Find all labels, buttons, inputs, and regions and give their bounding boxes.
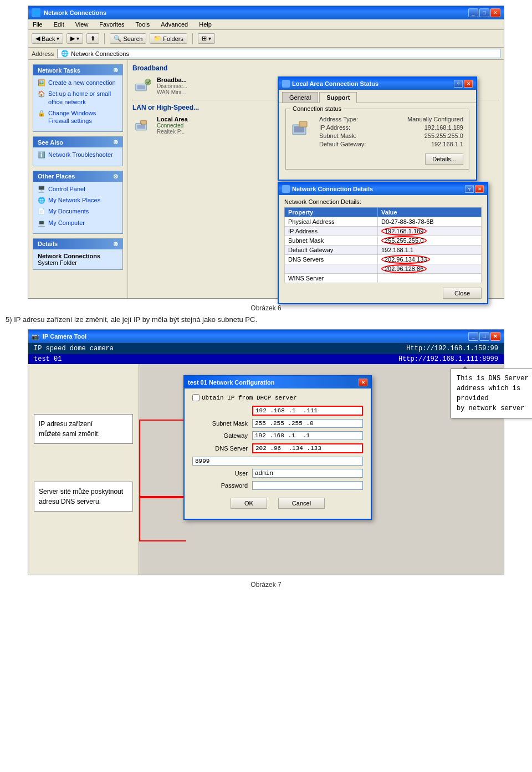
address-value[interactable]: 🌐 Network Connections <box>57 49 500 58</box>
subnet-mask-row: Subnet Mask: 255.255.255.0 <box>319 132 463 139</box>
ip-close-btn[interactable]: ✕ <box>490 332 500 341</box>
nc-close-btn[interactable]: ✕ <box>359 379 367 386</box>
sidebar-link-home-office[interactable]: 🏠 Set up a home or small office network <box>38 90 118 106</box>
sidebar-link-control-panel[interactable]: 🖥️ Control Panel <box>38 185 118 193</box>
folders-button[interactable]: 📁 Folders <box>150 33 187 44</box>
sidebar-link-troubleshooter[interactable]: ℹ️ Network Troubleshooter <box>38 151 118 159</box>
nc-subnet-row: Subnet Mask <box>192 419 363 428</box>
conn-details: Address Type: Manually Configured IP Add… <box>319 116 463 149</box>
ncd-value-6: 202.96.128.86 <box>377 264 481 274</box>
ip-minimize-btn[interactable]: _ <box>468 332 478 341</box>
collapse-icon[interactable]: ⊗ <box>113 67 118 74</box>
nc-subnet-input[interactable] <box>252 419 363 428</box>
dhcp-checkbox[interactable] <box>192 394 200 401</box>
ncd-close-button[interactable]: ✕ <box>475 185 484 193</box>
menu-file[interactable]: File <box>30 21 45 28</box>
search-button[interactable]: 🔍 Search <box>110 33 146 44</box>
network-connections-window: 🌐 Network Connections _ □ ✕ File Edit Vi… <box>28 6 504 299</box>
ncd-col-property: Property <box>285 208 378 217</box>
ncd-property-2: IP Address <box>285 227 378 236</box>
nc-gateway-input[interactable] <box>252 431 363 440</box>
lac-close-button[interactable]: ✕ <box>464 80 473 88</box>
ncd-value-5: 202.96.134.133 <box>377 255 481 264</box>
nc-gateway-row: Gateway <box>192 431 363 440</box>
connection-status-group: Connection status <box>285 109 469 170</box>
ncd-property-5: DNS Servers <box>285 255 378 264</box>
ip-list-row[interactable]: test 01 Http://192.168.1.111:8999 <box>28 354 504 364</box>
menu-bar: File Edit View Favorites Tools Advanced … <box>28 19 504 30</box>
nc-cancel-button[interactable]: Cancel <box>278 498 325 509</box>
ip-restore-btn[interactable]: □ <box>479 332 489 341</box>
maximize-button[interactable]: □ <box>479 8 489 17</box>
local-area-icon <box>135 116 152 134</box>
nc-ip-input[interactable] <box>252 406 363 416</box>
ncd-property-6 <box>285 264 378 274</box>
nc-password-input[interactable] <box>252 481 363 490</box>
collapse-other-places-icon[interactable]: ⊗ <box>113 173 118 180</box>
nc-port-input[interactable] <box>192 457 363 466</box>
nc-dns-input[interactable] <box>252 443 363 453</box>
minimize-button[interactable]: _ <box>468 8 478 17</box>
collapse-see-also-icon[interactable]: ⊗ <box>113 139 118 146</box>
ncd-value-7 <box>377 274 481 283</box>
address-label: Address <box>32 50 54 57</box>
lac-help-button[interactable]: ? <box>454 80 463 88</box>
ip-left-panel: IP adresu zařízení můžete sami změnit. S… <box>28 364 139 575</box>
sidebar-link-firewall[interactable]: 🔒 Change Windows Firewall settings <box>38 109 118 125</box>
ip-list-header: IP speed dome camera Http://192.168.1.15… <box>28 343 504 354</box>
details-button[interactable]: Details... <box>425 154 463 165</box>
network-places-icon: 🌐 <box>38 196 45 204</box>
ip-camera-window: 📷 IP Camera Tool _ □ ✕ IP speed dome cam… <box>28 329 504 575</box>
network-tasks-section: Network Tasks ⊗ 🖼️ Create a new connecti… <box>33 64 123 132</box>
red-line-1 <box>139 420 186 421</box>
broadband-icon <box>135 77 152 95</box>
up-arrow-icon: ⬆ <box>90 35 95 42</box>
close-button[interactable]: ✕ <box>490 8 500 17</box>
collapse-details-icon[interactable]: ⊗ <box>113 241 118 248</box>
address-type-row: Address Type: Manually Configured <box>319 116 463 122</box>
ip-title-buttons: _ □ ✕ <box>468 332 500 341</box>
svg-point-2 <box>145 79 151 85</box>
view-button[interactable]: ⊞ ▾ <box>198 33 215 44</box>
lac-status-dialog: Local Area Connection Status ? ✕ General… <box>278 76 477 181</box>
info-icon: ℹ️ <box>38 151 45 159</box>
broadband-header: Broadband <box>132 64 499 72</box>
content-area: Broadband Broadba... Disconnec... WAN Mi… <box>128 60 504 298</box>
table-row: 202.96.128.86 <box>285 264 482 274</box>
menu-tools[interactable]: Tools <box>134 21 152 28</box>
svg-rect-8 <box>294 126 304 132</box>
sidebar-link-my-documents[interactable]: 📄 My Documents <box>38 207 118 215</box>
menu-favorites[interactable]: Favorites <box>97 21 126 28</box>
nc-dialog: test 01 Network Configuration ✕ Obtain I… <box>183 375 372 520</box>
details-type: System Folder <box>38 259 118 266</box>
menu-edit[interactable]: Edit <box>52 21 66 28</box>
toolbar-separator-2 <box>192 33 193 44</box>
sidebar-link-my-network[interactable]: 🌐 My Network Places <box>38 196 118 204</box>
conn-status-icon <box>291 116 314 138</box>
menu-help[interactable]: Help <box>197 21 214 28</box>
nc-content: Obtain IP from DHCP server Subnet Mask <box>185 388 371 519</box>
other-places-section: Other Places ⊗ 🖥️ Control Panel 🌐 My Net… <box>33 171 123 234</box>
ncd-close-btn[interactable]: Close <box>443 288 482 299</box>
ncd-help-button[interactable]: ? <box>465 185 474 193</box>
menu-view[interactable]: View <box>73 21 91 28</box>
nc-ok-button[interactable]: OK <box>231 498 267 509</box>
svg-rect-9 <box>299 121 307 127</box>
body-text: 5) IP adresu zařízení lze změnit, ale je… <box>6 315 526 324</box>
back-button[interactable]: ◀ Back ▾ <box>32 33 63 44</box>
tab-support[interactable]: Support <box>319 92 357 103</box>
caption-1: Obrázek 6 <box>0 304 532 312</box>
up-button[interactable]: ⬆ <box>86 33 99 44</box>
sidebar-link-create[interactable]: 🖼️ Create a new connection <box>38 79 118 86</box>
red-line-4 <box>139 540 186 541</box>
sidebar-link-my-computer[interactable]: 💻 My Computer <box>38 219 118 227</box>
dns-callout: This is DNS Server address which is prov… <box>451 369 532 418</box>
menu-advanced[interactable]: Advanced <box>158 21 190 28</box>
forward-button[interactable]: ▶ ▾ <box>66 33 83 44</box>
ip-list-header-right: Http://192.168.1.159:99 <box>401 343 504 354</box>
tab-general[interactable]: General <box>282 92 318 103</box>
nc-user-input[interactable] <box>252 469 363 478</box>
conn-status-row: Address Type: Manually Configured IP Add… <box>291 114 463 149</box>
local-area-text: Local Area Connected Realtek P... <box>157 116 188 135</box>
ncd-footer: Close <box>279 283 487 303</box>
